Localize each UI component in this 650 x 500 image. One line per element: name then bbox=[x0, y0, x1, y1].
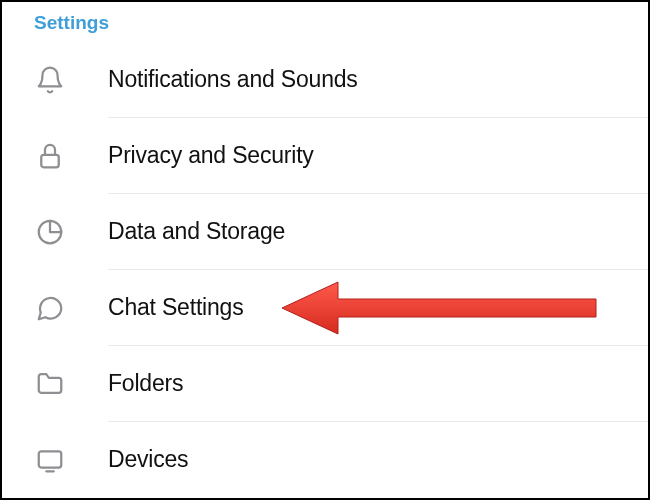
settings-item-notifications[interactable]: Notifications and Sounds bbox=[2, 42, 648, 117]
section-header: Settings bbox=[2, 2, 648, 42]
section-title: Settings bbox=[34, 12, 109, 33]
settings-list: Notifications and Sounds Privacy and Sec… bbox=[2, 42, 648, 497]
settings-item-label: Folders bbox=[66, 370, 183, 397]
settings-item-label: Notifications and Sounds bbox=[66, 66, 358, 93]
settings-item-label: Data and Storage bbox=[66, 218, 285, 245]
settings-item-label: Devices bbox=[66, 446, 188, 473]
settings-item-label: Privacy and Security bbox=[66, 142, 314, 169]
settings-item-privacy[interactable]: Privacy and Security bbox=[2, 118, 648, 193]
bell-icon bbox=[34, 64, 66, 96]
settings-item-data-storage[interactable]: Data and Storage bbox=[2, 194, 648, 269]
svg-rect-2 bbox=[39, 451, 62, 467]
pie-chart-icon bbox=[34, 216, 66, 248]
device-icon bbox=[34, 444, 66, 476]
lock-icon bbox=[34, 140, 66, 172]
settings-item-devices[interactable]: Devices bbox=[2, 422, 648, 497]
settings-item-chat-settings[interactable]: Chat Settings bbox=[2, 270, 648, 345]
svg-rect-0 bbox=[41, 154, 59, 167]
settings-item-label: Chat Settings bbox=[66, 294, 243, 321]
settings-item-folders[interactable]: Folders bbox=[2, 346, 648, 421]
folder-icon bbox=[34, 368, 66, 400]
speech-bubble-icon bbox=[34, 292, 66, 324]
